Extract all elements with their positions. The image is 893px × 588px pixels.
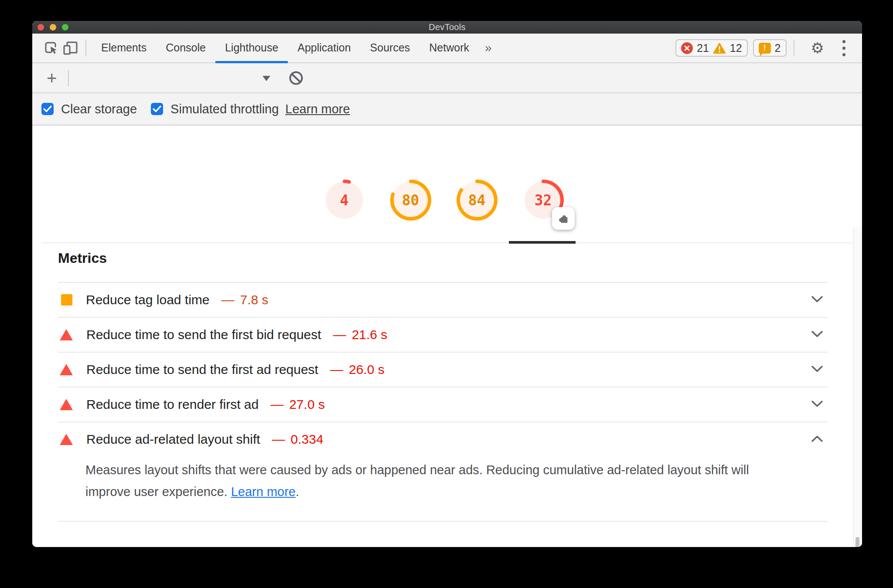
lighthouse-report: 4 80 84 (32, 126, 862, 547)
fail-triangle-icon (60, 364, 73, 375)
tab-console[interactable]: Console (156, 34, 215, 62)
screen: DevTools Elements Console Lighthouse App… (0, 0, 893, 588)
metric-rows: Reduce tag load time — 7.8 s Reduce time… (58, 282, 828, 503)
lighthouse-toolbar: + (32, 63, 862, 93)
metrics-section-title: Metrics (58, 250, 862, 266)
score-gauge[interactable]: 4 (324, 179, 365, 221)
throttling-learn-more-link[interactable]: Learn more (285, 102, 350, 116)
tab-application[interactable]: Application (288, 34, 360, 62)
score-gauges: 4 80 84 (32, 126, 859, 221)
issues-badge[interactable]: ! 2 (753, 39, 787, 57)
score-value: 4 (324, 179, 365, 221)
close-window-button[interactable] (37, 24, 44, 31)
toolbar-divider (85, 40, 86, 56)
metric-value: 26.0 s (349, 362, 385, 377)
zoom-window-button[interactable] (62, 24, 68, 31)
fail-triangle-icon (60, 329, 73, 340)
console-errors-warnings-badge[interactable]: 21 12 (675, 39, 748, 57)
warning-count: 12 (730, 42, 742, 54)
metric-row-header[interactable]: Reduce time to send the first bid reques… (58, 318, 828, 352)
issues-icon: ! (759, 43, 771, 54)
score-value: 80 (390, 179, 432, 221)
simulated-throttling-checkbox[interactable] (151, 103, 163, 115)
metric-row: Reduce time to send the first bid reques… (58, 317, 828, 352)
metric-row-header[interactable]: Reduce time to send the first ad request… (58, 353, 828, 387)
metric-title: Reduce ad-related layout shift (86, 432, 260, 447)
score-gauge[interactable]: 80 (390, 179, 432, 221)
metric-learn-more-link[interactable]: Learn more (231, 485, 296, 499)
metric-value: 0.334 (291, 432, 324, 447)
tab-network[interactable]: Network (419, 34, 479, 62)
chevron-down-icon[interactable] (811, 365, 823, 374)
score-gauge-selected[interactable]: 32 (522, 179, 564, 221)
tab-lighthouse[interactable]: Lighthouse (215, 34, 288, 62)
scrollbar-thumb[interactable] (856, 537, 859, 547)
tab-elements[interactable]: Elements (92, 34, 156, 62)
devtools-tab-bar: Elements Console Lighthouse Application … (32, 34, 862, 63)
minimize-window-button[interactable] (50, 24, 56, 31)
score-value: 84 (456, 179, 498, 221)
metric-value: 7.8 s (240, 292, 269, 307)
settings-gear-icon[interactable]: ⚙ (811, 41, 824, 55)
clear-block-icon[interactable] (289, 71, 303, 87)
active-category-indicator (509, 241, 576, 244)
metric-row: Reduce ad-related layout shift — 0.334 M… (58, 421, 828, 503)
warning-icon (713, 42, 726, 54)
chevron-down-icon[interactable] (811, 400, 823, 409)
metric-row: Reduce time to send the first ad request… (58, 352, 828, 387)
error-count: 21 (697, 42, 709, 54)
new-audit-plus-icon[interactable]: + (47, 69, 57, 87)
title-bar: DevTools (32, 21, 862, 34)
inspect-element-icon[interactable] (42, 38, 61, 58)
chevron-up-icon[interactable] (811, 435, 823, 444)
toolbar-divider (794, 40, 794, 56)
category-tab-line (41, 242, 853, 243)
metric-title: Reduce time to send the first bid reques… (86, 327, 321, 342)
traffic-lights (37, 21, 68, 33)
metric-dash: — (222, 292, 235, 307)
metric-title: Reduce time to send the first ad request (86, 362, 318, 377)
plugin-puzzle-icon (552, 207, 575, 230)
lighthouse-options-bar: Clear storage Simulated throttling Learn… (32, 93, 862, 126)
metric-dash: — (330, 362, 343, 377)
metric-dash: — (333, 327, 346, 342)
chevron-down-icon[interactable] (811, 296, 823, 305)
error-icon (681, 42, 693, 54)
ad-speed-section-title: Ad Speed (58, 546, 862, 547)
devtools-window: DevTools Elements Console Lighthouse App… (32, 21, 862, 547)
clear-storage-label: Clear storage (61, 102, 137, 116)
metric-dash: — (272, 432, 285, 447)
toolbar-divider (68, 70, 69, 86)
more-tabs-icon[interactable]: » (479, 41, 498, 55)
metric-value: 21.6 s (352, 327, 388, 342)
metric-title: Reduce time to render first ad (86, 397, 259, 412)
average-square-icon (61, 294, 72, 306)
metric-row-header[interactable]: Reduce ad-related layout shift — 0.334 (58, 422, 828, 456)
metric-description: Measures layout shifts that were caused … (85, 459, 796, 503)
metric-row-header[interactable]: Reduce tag load time — 7.8 s (58, 283, 828, 317)
url-dropdown-arrow-icon[interactable] (262, 76, 270, 81)
metric-title: Reduce tag load time (86, 292, 210, 307)
more-options-kebab-icon[interactable] (842, 40, 845, 56)
score-gauge[interactable]: 84 (456, 179, 498, 221)
metric-value: 27.0 s (289, 397, 325, 412)
metric-row-header[interactable]: Reduce time to render first ad — 27.0 s (58, 387, 828, 421)
chevron-down-icon[interactable] (811, 330, 823, 340)
section-divider (58, 521, 828, 522)
metric-dash: — (270, 397, 283, 412)
vertical-scrollbar[interactable] (853, 227, 862, 547)
window-title: DevTools (429, 22, 466, 32)
fail-triangle-icon (60, 434, 73, 445)
device-toolbar-icon[interactable] (61, 38, 80, 58)
metric-row: Reduce tag load time — 7.8 s (58, 282, 828, 317)
fail-triangle-icon (60, 399, 73, 410)
metric-row: Reduce time to render first ad — 27.0 s (58, 387, 828, 421)
tab-sources[interactable]: Sources (361, 34, 420, 62)
clear-storage-checkbox[interactable] (41, 103, 54, 115)
simulated-throttling-label: Simulated throttling (170, 102, 279, 116)
issue-count: 2 (775, 42, 781, 54)
